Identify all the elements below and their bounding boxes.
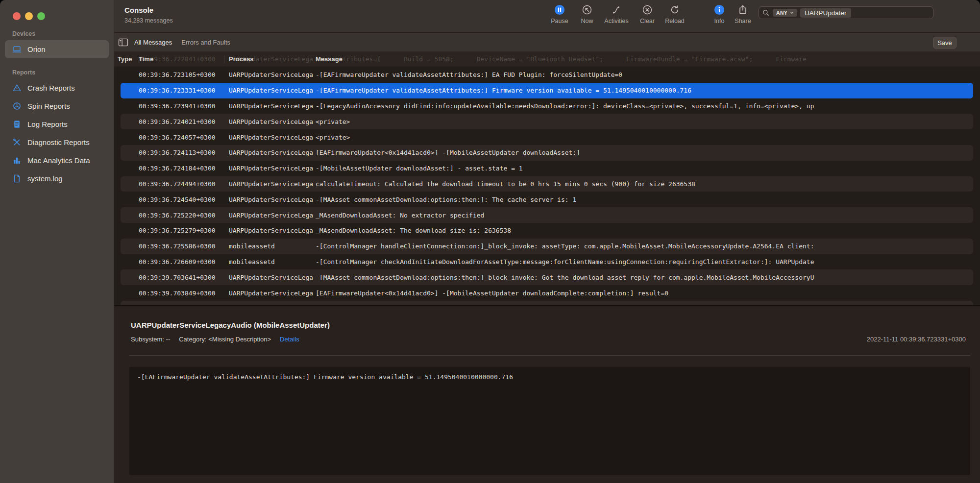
search-token[interactable]: UARPUpdater (800, 8, 851, 18)
column-header-type[interactable]: Type (118, 51, 132, 67)
time-cell: 00:39:36.725220+0300 (139, 212, 229, 219)
sidebar-item-log-reports[interactable]: Log Reports (5, 115, 109, 133)
sidebar-toggle-icon[interactable] (118, 38, 128, 47)
table-row[interactable]: 00:39:39.703849+0300UARPUpdaterServiceLe… (121, 285, 973, 301)
time-cell: 00:39:36.723941+0300 (139, 102, 229, 110)
subsystem-field: Subsystem: -- (131, 336, 170, 343)
table-row[interactable]: 00:39:36.724184+0300UARPUpdaterServiceLe… (121, 161, 973, 176)
sidebar-item-label: Log Reports (27, 120, 68, 128)
process-cell: UARPUpdaterServiceLega (229, 87, 316, 94)
sidebar-item-label: Crash Reports (27, 84, 75, 92)
table-row[interactable]: 00:39:36.725586+0300mobileassetd-[Contro… (121, 239, 973, 254)
sidebar-item-orion[interactable]: Orion (5, 40, 109, 58)
toolbar-button-label: Activities (604, 18, 628, 24)
document-icon (12, 173, 23, 184)
table-header: 00:39:36.722841+0300 UARPUpdaterServiceL… (114, 51, 980, 67)
sidebar-item-crash-reports[interactable]: Crash Reports (5, 79, 109, 97)
column-divider[interactable] (309, 55, 309, 63)
save-button[interactable]: Save (933, 37, 956, 48)
tab-all-messages[interactable]: All Messages (134, 39, 172, 46)
table-row[interactable]: 00:39:36.723105+0300UARPUpdaterServiceLe… (121, 67, 973, 83)
now-button[interactable]: Now (575, 3, 599, 24)
ghost-message: sset attributes={ Build = 5B58; DeviceNa… (316, 51, 980, 67)
sidebar-item-diagnostic-reports[interactable]: Diagnostic Reports (5, 133, 109, 151)
column-header-message[interactable]: Message (316, 51, 343, 67)
time-cell: 00:39:36.725586+0300 (139, 242, 229, 250)
table-row[interactable]: 00:39:36.724021+0300UARPUpdaterServiceLe… (121, 114, 973, 129)
table-row[interactable]: 00:39:36.724494+0300UARPUpdaterServiceLe… (121, 176, 973, 192)
clear-button[interactable]: Clear (634, 3, 661, 24)
process-cell: UARPUpdaterServiceLega (229, 180, 316, 188)
category-field: Category: <Missing Description> (179, 336, 271, 343)
sidebar-item-label: Orion (27, 45, 46, 53)
details-link[interactable]: Details (280, 336, 299, 343)
info-button[interactable]: Info (709, 3, 730, 24)
sidebar-item-mac-analytics-data[interactable]: Mac Analytics Data (5, 151, 109, 169)
detail-meta: Subsystem: -- Category: <Missing Descrip… (131, 336, 299, 343)
sidebar-item-system-log[interactable]: system.log (5, 169, 109, 188)
close-window-button[interactable] (13, 12, 21, 20)
toolbar-button-label: Info (714, 18, 725, 24)
detail-message: -[EAFirmwareUpdater validateAssetAttribu… (129, 367, 970, 475)
arrow-up-left-circle-icon (582, 3, 592, 16)
table-row[interactable]: 00:39:36.725279+0300UARPUpdaterServiceLe… (121, 223, 973, 239)
reload-icon (669, 3, 680, 16)
warning-triangle-icon (12, 83, 23, 93)
column-header-time[interactable]: Time (139, 51, 153, 67)
table-row[interactable]: 00:39:36.724540+0300UARPUpdaterServiceLe… (121, 192, 973, 207)
message-cell: -[MAAsset commonAssetDownload:options:th… (316, 196, 973, 203)
sidebar-item-spin-reports[interactable]: Spin Reports (5, 97, 109, 115)
message-cell: -[MAAsset commonAssetDownload:options:th… (316, 274, 973, 281)
search-scope-dropdown[interactable]: ANY (773, 9, 797, 17)
table-row[interactable]: 00:39:36.723331+0300UARPUpdaterServiceLe… (121, 83, 973, 98)
column-divider[interactable] (224, 55, 224, 63)
sidebar-item-label: system.log (27, 174, 63, 183)
message-cell: _MAsendDownloadAsset: The download size … (316, 227, 973, 234)
main-area: Console 34,283 messages PauseNowActiviti… (114, 0, 980, 483)
sidebar-item-label: Diagnostic Reports (27, 138, 90, 146)
log-table: 00:39:36.723105+0300UARPUpdaterServiceLe… (114, 67, 980, 305)
column-header-process[interactable]: Process (229, 51, 254, 67)
toolbar: Console 34,283 messages PauseNowActiviti… (114, 0, 980, 32)
pause-icon (554, 3, 565, 16)
process-cell: UARPUpdaterServiceLega (229, 290, 316, 297)
reload-button[interactable]: Reload (661, 3, 689, 24)
message-cell: <private> (316, 118, 973, 125)
table-row[interactable]: 00:39:36.724057+0300UARPUpdaterServiceLe… (121, 129, 973, 145)
table-row[interactable]: 00:39:36.724113+0300UARPUpdaterServiceLe… (121, 145, 973, 161)
search-field[interactable]: ANY UARPUpdater (759, 6, 933, 19)
share-button[interactable]: Share (730, 3, 756, 24)
activities-path-icon (611, 3, 622, 16)
tab-errors-and-faults[interactable]: Errors and Faults (181, 39, 230, 46)
table-row[interactable]: 00:39:36.726609+0300mobileassetd-[Contro… (121, 254, 973, 270)
toolbar-button-label: Clear (640, 18, 655, 24)
laptop-icon (12, 44, 23, 54)
message-cell: -[ControlManager checkAndInitiateDownloa… (316, 258, 973, 266)
zoom-window-button[interactable] (37, 12, 45, 20)
toolbar-button-label: Pause (551, 18, 568, 24)
detail-pane: UARPUpdaterServiceLegacyAudio (MobileAss… (114, 305, 980, 483)
message-cell: -[LegacyAudioAccessory didFind:info:upda… (316, 102, 973, 110)
table-row[interactable]: 00:39:36.723941+0300UARPUpdaterServiceLe… (121, 98, 973, 114)
minimize-window-button[interactable] (25, 12, 33, 20)
table-row[interactable]: 00:39:39.704016+0300mobileassetd-[Contro… (121, 301, 973, 305)
column-divider[interactable] (133, 55, 133, 63)
table-row[interactable]: 00:39:39.703641+0300UARPUpdaterServiceLe… (121, 269, 973, 285)
process-cell: UARPUpdaterServiceLega (229, 227, 316, 234)
sidebar: DevicesOrionReportsCrash ReportsSpin Rep… (0, 0, 114, 483)
process-cell: mobileassetd (229, 258, 316, 266)
activities-button[interactable]: Activities (599, 3, 634, 24)
search-icon (762, 9, 770, 17)
process-cell: mobileassetd (229, 242, 316, 250)
message-cell: <private> (316, 134, 973, 141)
process-cell: UARPUpdaterServiceLega (229, 134, 316, 141)
message-cell: [EAFirmwareUpdater<0x14d41acd0>] -[Mobil… (316, 290, 973, 297)
table-row[interactable]: 00:39:36.725220+0300UARPUpdaterServiceLe… (121, 207, 973, 223)
message-cell: -[ControlManager handleClientConnection:… (316, 242, 973, 250)
message-cell: -[EAFirmwareUpdater validateAssetAttribu… (316, 87, 973, 94)
process-cell: UARPUpdaterServiceLega (229, 165, 316, 172)
toolbar-button-label: Share (735, 18, 751, 24)
time-cell: 00:39:36.724113+0300 (139, 149, 229, 156)
pause-button[interactable]: Pause (544, 3, 575, 24)
time-cell: 00:39:36.726609+0300 (139, 258, 229, 266)
